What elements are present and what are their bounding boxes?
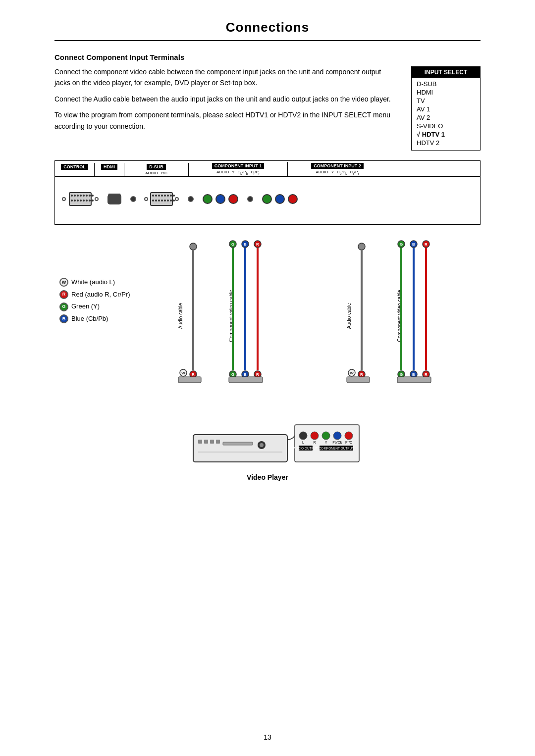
comp2-label: COMPONENT INPUT 2 xyxy=(311,163,364,169)
control-screw-right xyxy=(95,197,99,201)
svg-text:B: B xyxy=(244,242,247,247)
para-1: Connect the component video cable betwee… xyxy=(54,66,396,89)
para-3: To view the program from component termi… xyxy=(54,109,396,132)
svg-text:AUDIO OUTPUT: AUDIO OUTPUT xyxy=(293,447,318,450)
cable-diagram-comp1: Audio cable Component video cable G B R xyxy=(168,237,277,390)
svg-text:R: R xyxy=(360,372,363,377)
svg-rect-24 xyxy=(229,377,263,383)
cable-diagram-comp2: Audio cable Component video cable G B R … xyxy=(337,237,446,390)
dsub-label: D-SUB xyxy=(147,164,166,170)
video-player-section: L R Y Pb/Cb Pr/C AUDIO OUTPUT COMPONENT … xyxy=(54,405,481,481)
svg-text:R: R xyxy=(425,242,428,247)
input-select-list: D-SUB HDMI TV AV 1 AV 2 S-VIDEO √ HDTV 1… xyxy=(412,78,480,150)
label-control: CONTROL xyxy=(55,163,95,176)
audio-port-comp1 xyxy=(188,196,194,202)
control-screw-left xyxy=(62,197,66,201)
page-number: 13 xyxy=(264,733,271,741)
svg-point-63 xyxy=(333,432,341,440)
legend-b-circle: B xyxy=(59,314,68,323)
control-port-group xyxy=(62,192,99,206)
input-select-dsub: D-SUB xyxy=(417,80,475,88)
svg-text:B: B xyxy=(244,372,247,377)
svg-text:Y: Y xyxy=(325,441,327,444)
svg-rect-23 xyxy=(178,377,201,383)
svg-rect-55 xyxy=(223,442,253,445)
connector-diagram: CONTROL HDMI D-SUB AUDIO PIC COMPONENT I… xyxy=(54,160,481,225)
content-area: Connect the component video cable betwee… xyxy=(54,66,481,151)
svg-rect-49 xyxy=(397,377,431,383)
svg-point-61 xyxy=(311,432,319,440)
legend-r-circle: R xyxy=(59,290,68,299)
legend-blue: B Blue (Cb/Pb) xyxy=(59,313,139,325)
svg-text:R: R xyxy=(256,242,259,247)
composite-port xyxy=(130,196,136,202)
svg-text:R: R xyxy=(425,372,428,377)
comp2-sublabels: AUDIO Y Cb/Pb Cr/Pr xyxy=(316,169,359,175)
dsub-port-group xyxy=(144,192,179,206)
cable-svg-area: Audio cable Component video cable G B R xyxy=(139,237,476,395)
label-hdmi: HDMI xyxy=(95,163,124,176)
svg-rect-51 xyxy=(198,440,202,444)
comp1-sublabels: AUDIO Y Cb/Pb Cr/Pr xyxy=(216,169,260,175)
input-select-hdtv1: √ HDTV 1 xyxy=(417,130,475,139)
section-text: Connect the component video cable betwee… xyxy=(54,66,396,151)
legend: W White (audio L) R Red (audio R, Cr/Pr)… xyxy=(59,237,139,395)
svg-text:Pb/Cb: Pb/Cb xyxy=(332,441,342,444)
connector-labels-bar: CONTROL HDMI D-SUB AUDIO PIC COMPONENT I… xyxy=(55,161,480,177)
video-player-label: Video Player xyxy=(247,473,288,481)
svg-point-62 xyxy=(322,432,330,440)
svg-text:W: W xyxy=(350,371,354,375)
dsub-screw-left xyxy=(144,197,148,201)
label-comp1: COMPONENT INPUT 1 AUDIO Y Cb/Pb Cr/Pr xyxy=(189,162,288,176)
svg-text:B: B xyxy=(412,372,415,377)
svg-text:Pr/C: Pr/C xyxy=(345,441,352,444)
input-select-av1: AV 1 xyxy=(417,105,475,113)
input-select-hdtv2: HDTV 2 xyxy=(417,139,475,147)
para-2: Connect the Audio cable between the audi… xyxy=(54,94,396,104)
svg-point-57 xyxy=(260,443,264,447)
hdmi-label: HDMI xyxy=(101,164,117,170)
svg-text:G: G xyxy=(400,242,403,247)
vga-port xyxy=(69,192,92,206)
comp1-ports xyxy=(203,194,238,204)
cable-diagram: W White (audio L) R Red (audio R, Cr/Pr)… xyxy=(54,237,481,395)
svg-text:G: G xyxy=(231,242,234,247)
ports-bar xyxy=(55,177,480,221)
input-select-box: INPUT SELECT D-SUB HDMI TV AV 1 AV 2 S-V… xyxy=(411,66,481,151)
comp1-red xyxy=(228,194,238,204)
legend-red: R Red (audio R, Cr/Pr) xyxy=(59,289,139,301)
comp1-green xyxy=(203,194,213,204)
comp2-ports xyxy=(262,194,298,204)
svg-text:B: B xyxy=(412,242,415,247)
svg-rect-52 xyxy=(204,440,208,444)
svg-text:COMPONENT OUTPUT: COMPONENT OUTPUT xyxy=(319,447,354,450)
input-select-svideo: S-VIDEO xyxy=(417,122,475,130)
svg-text:R: R xyxy=(256,372,259,377)
svg-rect-54 xyxy=(216,440,220,444)
legend-g-text: Green (Y) xyxy=(71,301,100,313)
hdmi-port-group xyxy=(107,194,121,204)
svg-rect-48 xyxy=(347,377,370,383)
comp2-red xyxy=(288,194,298,204)
audio-port-comp2 xyxy=(247,196,253,202)
input-select-header: INPUT SELECT xyxy=(412,67,480,78)
legend-g-circle: G xyxy=(59,302,68,311)
legend-green: G Green (Y) xyxy=(59,301,139,313)
comp1-blue xyxy=(215,194,225,204)
section-heading: Connect Component Input Terminals xyxy=(54,53,481,61)
input-select-av2: AV 2 xyxy=(417,113,475,122)
video-player-diagram: L R Y Pb/Cb Pr/C AUDIO OUTPUT COMPONENT … xyxy=(168,405,367,469)
page-title: Connections xyxy=(54,20,481,35)
dsub-port xyxy=(150,192,173,206)
control-label: CONTROL xyxy=(61,164,88,170)
svg-text:L: L xyxy=(302,441,304,444)
svg-point-27 xyxy=(358,243,365,250)
svg-point-2 xyxy=(190,243,197,250)
svg-text:R: R xyxy=(313,441,316,444)
svg-text:Audio cable: Audio cable xyxy=(346,302,352,329)
legend-b-text: Blue (Cb/Pb) xyxy=(71,313,108,325)
input-select-hdmi: HDMI xyxy=(417,88,475,97)
svg-point-64 xyxy=(345,432,353,440)
svg-rect-53 xyxy=(210,440,214,444)
dsub-screw-right xyxy=(175,197,179,201)
